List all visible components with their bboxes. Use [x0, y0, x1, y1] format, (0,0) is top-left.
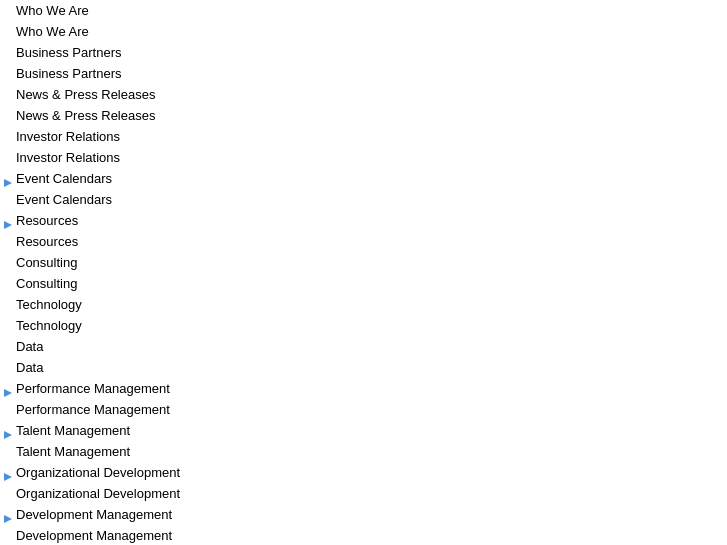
menu-item: Development Management	[0, 525, 727, 545]
menu-item-label: Technology	[16, 296, 82, 313]
svg-marker-1	[4, 221, 12, 229]
menu-item-label: Data	[16, 338, 43, 355]
menu-item-row: Business Partners	[0, 63, 727, 84]
menu-item: Data	[0, 357, 727, 378]
menu-item-row: Data	[0, 357, 727, 378]
menu-item-row: Organizational Development	[0, 483, 727, 504]
svg-marker-3	[4, 431, 12, 439]
menu-item: Consulting	[0, 273, 727, 294]
menu-item-row: Technology	[0, 315, 727, 336]
menu-item-row: Talent Management	[0, 441, 727, 462]
menu-item: Resources	[0, 231, 727, 252]
menu-item-row: Event Calendars	[0, 189, 727, 210]
menu-item-label: Technology	[16, 317, 82, 334]
menu-item-row[interactable]: Talent Management	[0, 420, 727, 441]
svg-marker-2	[4, 389, 12, 397]
menu-item-label: Consulting	[16, 254, 77, 271]
menu-item-label: Who We Are	[16, 23, 89, 40]
menu-item-label: Business Partners	[16, 44, 122, 61]
menu-item-label: Talent Management	[16, 443, 130, 460]
menu-item[interactable]: Development Management	[0, 504, 727, 525]
menu-item-row[interactable]: Event Calendars	[0, 168, 727, 189]
menu-item-row: News & Press Releases	[0, 84, 727, 105]
svg-marker-5	[4, 515, 12, 523]
navigation-menu: Who We AreWho We AreBusiness PartnersBus…	[0, 0, 727, 545]
menu-item-label: Resources	[16, 212, 78, 229]
menu-item: News & Press Releases	[0, 84, 727, 105]
menu-item-label: Who We Are	[16, 2, 89, 19]
menu-item-label: Business Partners	[16, 65, 122, 82]
menu-item-row: Development Management	[0, 525, 727, 545]
menu-item: Technology	[0, 294, 727, 315]
menu-item-row[interactable]: Performance Management	[0, 378, 727, 399]
menu-item-label: News & Press Releases	[16, 86, 155, 103]
menu-item-label: Organizational Development	[16, 464, 180, 481]
menu-item: Data	[0, 336, 727, 357]
menu-item[interactable]: Organizational Development	[0, 462, 727, 483]
menu-item: Talent Management	[0, 441, 727, 462]
svg-marker-0	[4, 179, 12, 187]
menu-item-row: Performance Management	[0, 399, 727, 420]
menu-item-label: Event Calendars	[16, 191, 112, 208]
menu-item: Event Calendars	[0, 189, 727, 210]
menu-item[interactable]: Event Calendars	[0, 168, 727, 189]
menu-item-label: Performance Management	[16, 380, 170, 397]
menu-item: Business Partners	[0, 63, 727, 84]
expand-arrow-icon	[4, 384, 14, 394]
menu-item-row: Resources	[0, 231, 727, 252]
menu-item-row: News & Press Releases	[0, 105, 727, 126]
menu-item[interactable]: Performance Management	[0, 378, 727, 399]
menu-item: Performance Management	[0, 399, 727, 420]
menu-item-label: Development Management	[16, 506, 172, 523]
menu-item-label: Investor Relations	[16, 128, 120, 145]
menu-item-label: Event Calendars	[16, 170, 112, 187]
menu-item[interactable]: Talent Management	[0, 420, 727, 441]
menu-item: Who We Are	[0, 21, 727, 42]
menu-item: Technology	[0, 315, 727, 336]
menu-item-row: Business Partners	[0, 42, 727, 63]
menu-item: Investor Relations	[0, 126, 727, 147]
menu-item-row[interactable]: Organizational Development	[0, 462, 727, 483]
expand-arrow-icon	[4, 468, 14, 478]
expand-arrow-icon	[4, 216, 14, 226]
menu-item-label: Talent Management	[16, 422, 130, 439]
menu-item-row: Consulting	[0, 273, 727, 294]
menu-item: News & Press Releases	[0, 105, 727, 126]
menu-item[interactable]: Resources	[0, 210, 727, 231]
menu-item-row: Who We Are	[0, 0, 727, 21]
menu-item-label: Performance Management	[16, 401, 170, 418]
menu-item: Consulting	[0, 252, 727, 273]
menu-item-row: Consulting	[0, 252, 727, 273]
menu-item-row: Investor Relations	[0, 126, 727, 147]
menu-item-row: Who We Are	[0, 21, 727, 42]
menu-item-row: Investor Relations	[0, 147, 727, 168]
menu-item: Investor Relations	[0, 147, 727, 168]
svg-marker-4	[4, 473, 12, 481]
menu-item-label: Development Management	[16, 527, 172, 544]
menu-item-label: Data	[16, 359, 43, 376]
menu-item-row: Data	[0, 336, 727, 357]
expand-arrow-icon	[4, 426, 14, 436]
menu-item: Who We Are	[0, 0, 727, 21]
menu-item-row[interactable]: Development Management	[0, 504, 727, 525]
menu-item-row: Technology	[0, 294, 727, 315]
menu-item: Organizational Development	[0, 483, 727, 504]
menu-item-label: Investor Relations	[16, 149, 120, 166]
expand-arrow-icon	[4, 174, 14, 184]
menu-item-label: Resources	[16, 233, 78, 250]
menu-item-label: Consulting	[16, 275, 77, 292]
menu-item: Business Partners	[0, 42, 727, 63]
menu-item-row[interactable]: Resources	[0, 210, 727, 231]
menu-item-label: Organizational Development	[16, 485, 180, 502]
expand-arrow-icon	[4, 510, 14, 520]
menu-item-label: News & Press Releases	[16, 107, 155, 124]
